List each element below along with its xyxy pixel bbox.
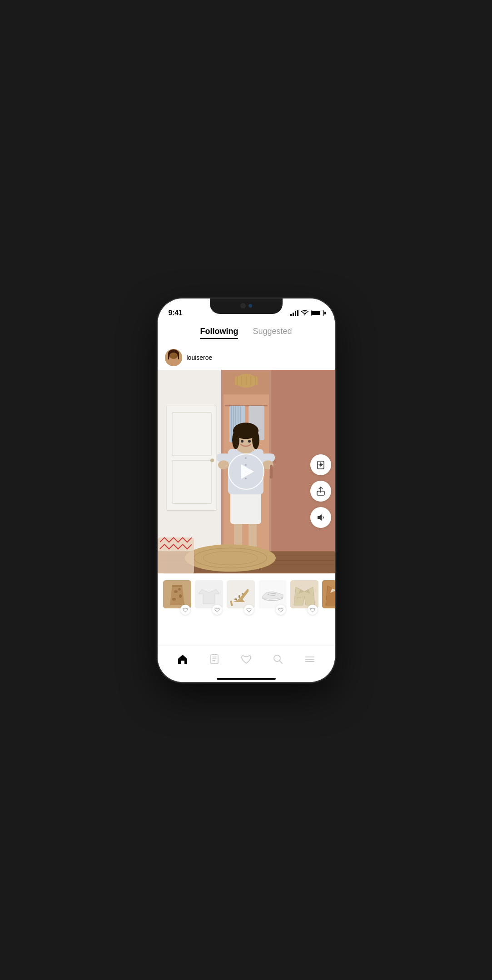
svg-point-8 (169, 354, 178, 364)
svg-rect-7 (178, 353, 179, 360)
notch-camera-dot (248, 304, 252, 308)
post-image-wrapper (158, 370, 335, 574)
svg-rect-75 (172, 585, 182, 587)
mute-icon (316, 512, 326, 522)
avatar-image (165, 349, 182, 366)
svg-line-94 (279, 661, 282, 664)
product-image-tshirt (195, 580, 223, 608)
svg-point-78 (234, 598, 237, 600)
svg-point-47 (218, 460, 229, 469)
svg-rect-1 (293, 313, 294, 316)
phone-frame: 9:41 (158, 298, 335, 682)
svg-point-71 (174, 590, 178, 593)
search-icon (272, 653, 284, 665)
product-item[interactable] (163, 580, 191, 613)
product-heart-tshirt[interactable] (212, 605, 222, 615)
nav-tabs: Following Suggested (158, 321, 335, 344)
heart-icon-blazer-cream (310, 607, 315, 612)
menu-icon (304, 653, 316, 665)
product-item[interactable] (322, 580, 335, 613)
product-svg-sneakers (258, 580, 287, 608)
product-image-blazer-cream (290, 580, 318, 608)
phone-screen: 9:41 (158, 298, 335, 682)
post-header: louiseroe (158, 344, 335, 370)
tab-suggested[interactable]: Suggested (253, 325, 292, 338)
play-button[interactable] (228, 453, 264, 490)
post: louiseroe (158, 344, 335, 620)
notch (240, 303, 252, 308)
heart-icon-heels (246, 607, 252, 612)
likes-icon (240, 653, 252, 665)
products-row[interactable] (158, 574, 335, 619)
svg-rect-65 (270, 465, 273, 478)
svg-point-51 (232, 431, 239, 449)
product-svg-skirt (163, 580, 191, 608)
mute-button[interactable] (310, 507, 331, 528)
product-item[interactable] (258, 580, 287, 613)
heart-icon-tshirt (214, 607, 220, 612)
bottom-nav (158, 646, 335, 678)
svg-rect-86 (297, 597, 301, 598)
username: louiseroe (187, 354, 213, 361)
svg-rect-64 (158, 537, 194, 573)
product-svg-heels (227, 580, 255, 608)
product-heart-blazer-cream[interactable] (308, 605, 318, 615)
share-button[interactable] (310, 481, 331, 502)
product-heart-heels[interactable] (244, 605, 254, 615)
svg-point-17 (210, 458, 214, 462)
svg-point-52 (252, 431, 259, 449)
nav-search[interactable] (267, 648, 289, 670)
avatar-svg (165, 349, 182, 366)
svg-point-73 (172, 598, 176, 601)
home-icon (177, 653, 189, 665)
svg-point-74 (178, 588, 181, 591)
svg-rect-92 (211, 655, 218, 664)
svg-rect-39 (230, 490, 261, 524)
home-bar (217, 678, 276, 680)
play-icon (241, 464, 254, 479)
product-svg-tshirt (195, 580, 223, 608)
svg-rect-13 (167, 406, 217, 510)
nav-home[interactable] (172, 648, 194, 670)
svg-point-72 (179, 594, 182, 598)
svg-point-79 (239, 595, 240, 598)
svg-point-53 (241, 440, 244, 443)
product-image-heels (227, 580, 255, 608)
svg-rect-2 (295, 311, 296, 316)
heart-icon-sneakers (278, 607, 283, 612)
nav-saves[interactable] (204, 648, 225, 670)
signal-icon (290, 310, 298, 316)
wifi-icon (301, 310, 308, 316)
svg-point-10 (174, 357, 176, 358)
product-item[interactable] (227, 580, 255, 613)
scroll-content[interactable]: louiseroe (158, 344, 335, 646)
svg-point-54 (248, 440, 251, 443)
save-icon (316, 460, 326, 470)
status-icons (290, 310, 324, 316)
nav-menu[interactable] (299, 648, 321, 670)
product-svg-blazer-tan (322, 580, 335, 608)
post-image[interactable] (158, 370, 335, 574)
svg-point-9 (171, 357, 172, 358)
svg-rect-6 (168, 353, 169, 360)
product-svg-blazer-cream (290, 580, 318, 608)
product-item[interactable] (195, 580, 223, 613)
share-icon (316, 486, 326, 496)
product-heart-sneakers[interactable] (276, 605, 286, 615)
product-heart-skirt[interactable] (180, 605, 190, 615)
notch-speaker (240, 303, 246, 308)
home-indicator (158, 678, 335, 682)
svg-rect-3 (297, 310, 298, 316)
product-image-skirt (163, 580, 191, 608)
save-button[interactable] (310, 454, 331, 475)
battery-icon (311, 310, 324, 316)
product-item[interactable] (290, 580, 318, 613)
svg-rect-0 (290, 314, 292, 316)
side-actions (310, 454, 331, 528)
tab-following[interactable]: Following (200, 325, 238, 338)
heart-icon-skirt (183, 607, 188, 612)
avatar[interactable] (165, 349, 182, 366)
status-time: 9:41 (169, 309, 183, 317)
product-image-blazer-tan (322, 580, 335, 608)
nav-likes[interactable] (235, 648, 257, 670)
